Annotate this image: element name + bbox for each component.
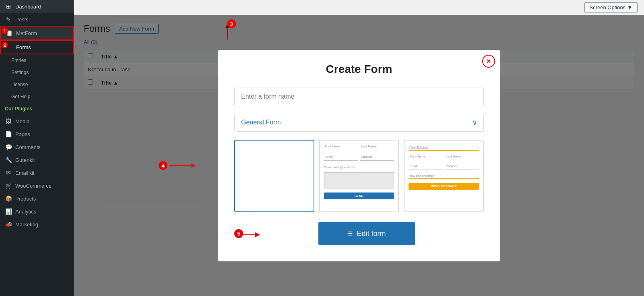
close-icon: × — [487, 57, 491, 66]
modal-close-button[interactable]: × — [482, 55, 495, 68]
preview-subject2: Subject — [445, 164, 479, 170]
woocommerce-label: WooCommerce — [15, 183, 52, 189]
get-help-label: Get Help — [11, 94, 30, 99]
template-card-blank[interactable] — [234, 140, 314, 212]
main-content: Screen Options ▼ Forms Add New Form 3 Al… — [74, 0, 644, 296]
media-icon: 🖼 — [5, 118, 12, 124]
analytics-icon: 📊 — [5, 208, 12, 215]
preview-lastname: Last Name — [360, 145, 394, 150]
emailkit-label: EmailKit — [15, 170, 35, 176]
sidebar-item-pages[interactable]: 📄 Pages — [0, 128, 74, 141]
pages-label: Pages — [15, 131, 30, 137]
analytics-label: Analytics — [15, 209, 36, 215]
sidebar-item-dashboard[interactable]: ⊞ Dashboard — [0, 0, 74, 13]
sidebar-item-woocommerce[interactable]: 🛒 WooCommerce — [0, 179, 74, 192]
settings-label: Settings — [11, 70, 29, 75]
preview-comments-label: Comments/Questions — [324, 166, 394, 169]
our-plugins-label: Our Plugins — [0, 103, 74, 115]
preview-subject: Subject — [360, 155, 394, 161]
topbar: Screen Options ▼ — [74, 0, 644, 15]
create-form-modal: × Create Form General Form Contact Form … — [218, 50, 500, 261]
sidebar-item-settings[interactable]: Settings — [0, 66, 74, 79]
preview-firstname2: First Name — [409, 155, 442, 160]
products-icon: 📦 — [5, 195, 12, 202]
preview-send-message-btn: SEND MESSAGE — [409, 183, 479, 190]
pages-icon: 📄 — [5, 131, 12, 137]
dashboard-icon: ⊞ — [5, 3, 12, 10]
edit-form-icon: ≡ — [348, 228, 353, 239]
woocommerce-icon: 🛒 — [5, 182, 12, 189]
sidebar-item-label: Dashboard — [15, 4, 41, 10]
gutenkit-icon: 🔧 — [5, 157, 12, 163]
contact1-preview: First Name Last Name Email Subject Comme… — [324, 145, 394, 207]
template-type-dropdown[interactable]: General Form Contact Form Subscription F… — [234, 113, 484, 132]
template-card-contact1[interactable]: First Name Last Name Email Subject Comme… — [319, 140, 399, 212]
screen-options-chevron-icon: ▼ — [627, 4, 632, 10]
gutenkit-label: Gutenkit — [15, 157, 35, 163]
entries-label: Entries — [11, 58, 26, 63]
preview-textarea — [324, 172, 394, 188]
edit-form-label: Edit form — [357, 230, 386, 238]
sidebar-item-metform[interactable]: 1 📋 MetForm — [0, 26, 74, 40]
modal-overlay[interactable]: × Create Form General Form Contact Form … — [74, 15, 644, 296]
media-label: Media — [15, 118, 29, 124]
posts-icon: ✎ — [5, 16, 12, 23]
marketing-icon: 📣 — [5, 221, 12, 228]
sidebar: ⊞ Dashboard ✎ Posts 1 📋 MetForm 2 Forms … — [0, 0, 74, 296]
preview-name-row2: First Name Last Name — [409, 155, 479, 160]
preview-send-btn: SEND — [324, 193, 394, 199]
preview-how-label: How can we help? — [409, 174, 479, 179]
emailkit-icon: ✉ — [5, 170, 12, 176]
sidebar-item-emailkit[interactable]: ✉ EmailKit — [0, 166, 74, 179]
preview-your-details: Your Details — [409, 145, 479, 151]
edit-form-button[interactable]: ≡ Edit form — [318, 222, 415, 245]
sidebar-item-get-help[interactable]: Get Help — [0, 91, 74, 103]
sidebar-item-products[interactable]: 📦 Products — [0, 192, 74, 205]
sidebar-item-media[interactable]: 🖼 Media — [0, 115, 74, 128]
arrow-5 — [242, 231, 266, 239]
sidebar-item-marketing[interactable]: 📣 Marketing — [0, 218, 74, 231]
marketing-label: Marketing — [15, 221, 38, 228]
sidebar-item-comments[interactable]: 💬 Comments — [0, 141, 74, 153]
comments-label: Comments — [15, 144, 41, 150]
sidebar-item-entries[interactable]: Entries — [0, 54, 74, 66]
sidebar-item-license[interactable]: License — [0, 79, 74, 91]
screen-options-button[interactable]: Screen Options ▼ — [584, 2, 638, 12]
sidebar-item-label: MetForm — [16, 30, 37, 36]
comments-icon: 💬 — [5, 144, 12, 150]
blank-preview — [239, 145, 310, 207]
sidebar-item-label: Posts — [15, 17, 29, 23]
preview-email-row2: Email Subject — [409, 164, 479, 170]
arrow-4 — [169, 161, 201, 170]
license-label: License — [11, 82, 28, 87]
preview-email: Email — [324, 155, 358, 161]
template-type-dropdown-wrapper: General Form Contact Form Subscription F… — [234, 113, 484, 132]
sidebar-item-forms[interactable]: 2 Forms — [0, 40, 74, 54]
content-area: Forms Add New Form 3 All (0) Title ▲ — [74, 15, 644, 296]
sidebar-item-analytics[interactable]: 📊 Analytics — [0, 205, 74, 218]
screen-options-label: Screen Options — [590, 4, 626, 10]
template-card-contact2[interactable]: Your Details First Name Last Name Email … — [404, 140, 484, 212]
preview-email-row: Email Subject — [324, 155, 394, 161]
template-cards-grid: First Name Last Name Email Subject Comme… — [234, 140, 484, 212]
sidebar-item-gutenkit[interactable]: 🔧 Gutenkit — [0, 153, 74, 166]
preview-name-row: First Name Last Name — [324, 145, 394, 150]
preview-email2: Email — [409, 164, 442, 170]
edit-form-row: 5 ≡ Edit form — [234, 222, 484, 245]
sidebar-item-label: Forms — [16, 44, 31, 50]
products-label: Products — [15, 196, 36, 202]
annotation-4-wrapper: 4 — [159, 161, 201, 170]
preview-firstname: First Name — [324, 145, 358, 150]
modal-title: Create Form — [234, 63, 484, 76]
contact2-preview: Your Details First Name Last Name Email … — [409, 145, 479, 207]
sidebar-item-posts[interactable]: ✎ Posts — [0, 13, 74, 26]
annotation-5-wrapper: 5 — [234, 229, 243, 238]
form-name-input[interactable] — [234, 87, 484, 106]
preview-lastname2: Last Name — [445, 155, 479, 160]
